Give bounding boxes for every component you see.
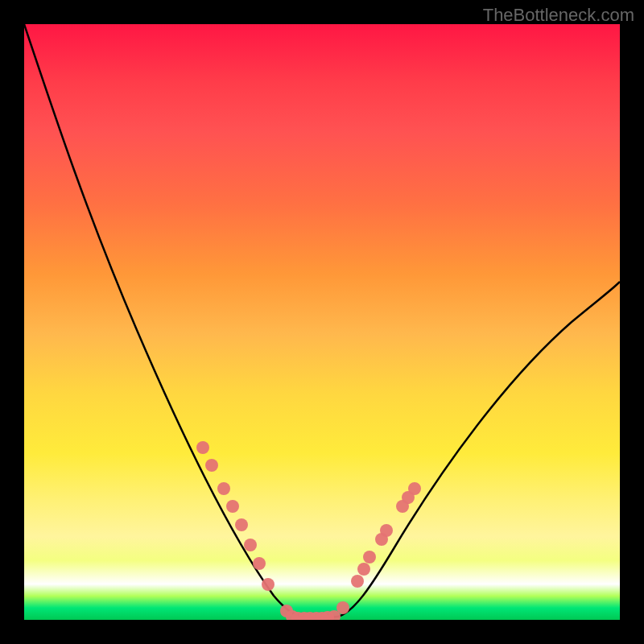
data-point xyxy=(380,524,393,537)
data-point xyxy=(205,459,218,472)
data-point xyxy=(196,441,209,454)
left-curve-line xyxy=(24,24,302,617)
data-point xyxy=(408,482,421,495)
data-point xyxy=(351,575,364,588)
data-point xyxy=(235,518,248,531)
data-point xyxy=(244,539,257,551)
data-point xyxy=(336,601,349,614)
data-point xyxy=(363,551,376,564)
right-curve-line xyxy=(338,282,620,617)
data-point xyxy=(226,500,239,513)
data-point xyxy=(253,557,266,570)
data-point xyxy=(217,482,230,495)
data-points-group xyxy=(196,441,421,620)
chart-container: TheBottleneck.com xyxy=(0,0,644,644)
data-point xyxy=(357,563,370,576)
watermark-text: TheBottleneck.com xyxy=(483,5,634,26)
plot-area xyxy=(24,24,620,620)
data-point xyxy=(262,578,275,591)
chart-svg xyxy=(24,24,620,620)
